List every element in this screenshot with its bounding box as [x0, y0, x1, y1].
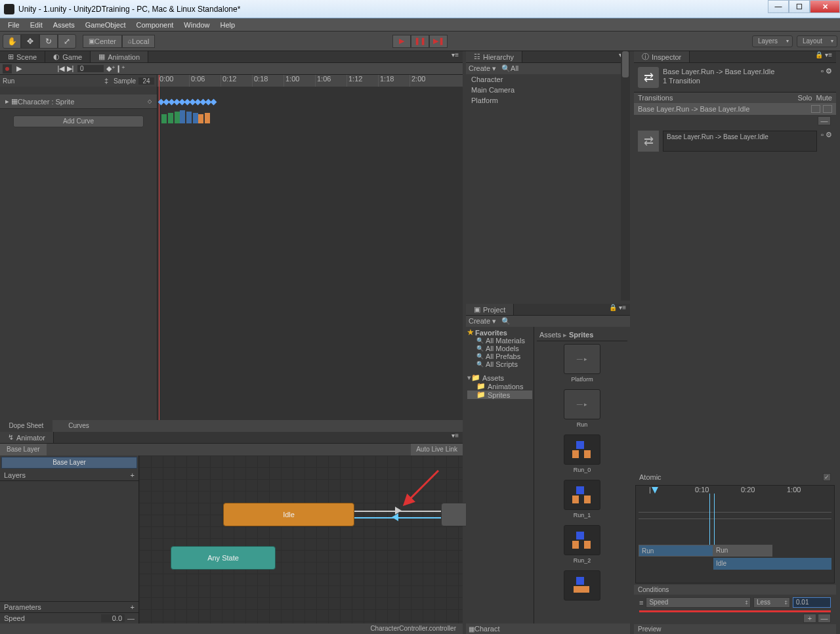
fav-all-prefabs[interactable]: 🔍All Prefabs [467, 352, 532, 360]
move-tool-button[interactable]: ✥ [21, 34, 39, 49]
curves-tab[interactable]: Curves [52, 420, 105, 432]
blend-clip-idle[interactable]: Idle [713, 558, 831, 570]
asset-item[interactable]: — ▸Platform [561, 344, 603, 383]
sample-field[interactable]: 24 [138, 77, 154, 85]
hierarchy-search[interactable]: 🔍All [501, 64, 518, 73]
remove-transition-button[interactable]: — [818, 116, 831, 125]
project-tree[interactable]: ★Favorites 🔍All Materials 🔍All Models 🔍A… [466, 327, 534, 623]
clip-dropdown[interactable]: Run [3, 77, 104, 85]
blend-clip-run2[interactable]: Run [713, 545, 772, 557]
dopesheet-tab[interactable]: Dope Sheet [0, 420, 52, 432]
hand-tool-button[interactable]: ✋ [3, 34, 21, 49]
tab-game[interactable]: ◐Game [45, 51, 91, 62]
project-breadcrumb[interactable]: Assets▸Sprites [537, 329, 627, 341]
hierarchy-item[interactable]: Main Camera [466, 85, 630, 95]
param-row-speed[interactable]: Speed 0.0 — [0, 613, 138, 623]
add-event-button[interactable]: ❙⁺ [116, 64, 125, 73]
transition-name-field[interactable]: Base Layer.Run -> Base Layer.Idle [663, 131, 817, 152]
add-param-button[interactable]: + [131, 603, 135, 611]
menu-component[interactable]: Component [131, 21, 178, 29]
window-close-button[interactable]: ✕ [810, 0, 840, 13]
tab-animation[interactable]: ▦Animation [91, 51, 148, 62]
asset-item[interactable]: — ▸Run [561, 389, 603, 428]
pivot-center-button[interactable]: ▣ Center [83, 35, 122, 48]
asset-item[interactable]: Run_2 [561, 525, 603, 564]
animator-breadcrumb[interactable]: Base Layer [0, 444, 47, 455]
create-dropdown[interactable]: Create ▾ [469, 317, 496, 326]
state-any[interactable]: Any State [171, 546, 276, 570]
tab-hierarchy[interactable]: ☷Hierarchy [466, 51, 522, 62]
remove-condition-button[interactable]: — [818, 614, 831, 623]
tab-project[interactable]: ▣Project [466, 304, 514, 315]
add-layer-button[interactable]: + [131, 471, 135, 479]
pane-menu-button[interactable]: 🔒 ▾≡ [811, 51, 836, 62]
mute-checkbox[interactable] [823, 105, 832, 113]
dopesheet-area[interactable]: 0:000:060:120:181:001:061:121:182:00 [158, 75, 463, 420]
next-key-button[interactable]: ▶| [66, 64, 75, 73]
scrollbar[interactable] [621, 51, 630, 301]
tab-animator[interactable]: ↯Animator [0, 432, 54, 443]
pane-menu-button[interactable]: ▾≡ [448, 432, 463, 443]
atomic-checkbox[interactable]: ✓ [823, 473, 831, 481]
menu-edit[interactable]: Edit [25, 21, 48, 29]
window-minimize-button[interactable]: — [768, 0, 789, 13]
assets-folder[interactable]: ▾📁Assets [467, 373, 532, 382]
keyframe-row[interactable] [159, 100, 216, 104]
condition-value-field[interactable]: 0.01 [793, 597, 831, 608]
transition-list-item[interactable]: Base Layer.Run -> Base Layer.Idle [634, 103, 836, 115]
playhead[interactable] [159, 75, 159, 420]
menu-gameobject[interactable]: GameObject [80, 21, 131, 29]
asset-item[interactable]: Run_0 [561, 434, 603, 473]
prev-key-button[interactable]: |◀ [56, 64, 66, 73]
frame-field[interactable]: 0 [77, 65, 104, 72]
tab-inspector[interactable]: ⓘInspector [634, 51, 690, 62]
step-button[interactable]: ▶❚ [429, 35, 448, 48]
menu-window[interactable]: Window [178, 21, 215, 29]
component-menu-button[interactable]: ▫ ⚙ [821, 67, 832, 88]
project-search[interactable]: 🔍 [501, 317, 511, 326]
blend-clip-run[interactable]: Run [639, 545, 713, 557]
asset-item[interactable] [561, 570, 603, 601]
menu-file[interactable]: File [3, 21, 25, 29]
fav-all-models[interactable]: 🔍All Models [467, 345, 532, 352]
condition-param-dropdown[interactable]: Speed [646, 597, 751, 608]
component-menu-button[interactable]: ▫ ⚙ [821, 131, 832, 152]
layer-selected[interactable]: Base Layer [1, 457, 137, 469]
add-condition-button[interactable]: + [803, 614, 816, 623]
param-value-field[interactable]: 0.0 [101, 614, 125, 622]
anim-property-row[interactable]: ▸ ▦ Character : Sprite◇ [0, 95, 157, 109]
timeline-ruler[interactable]: 0:000:060:120:181:001:061:121:182:00 [158, 75, 463, 87]
favorites-header[interactable]: ★Favorites [467, 328, 532, 337]
menu-help[interactable]: Help [215, 21, 240, 29]
pivot-local-button[interactable]: ⌂ Local [122, 35, 155, 48]
fav-all-scripts[interactable]: 🔍All Scripts [467, 360, 532, 368]
asset-item[interactable]: Run_1 [561, 480, 603, 518]
menu-assets[interactable]: Assets [48, 21, 80, 29]
add-key-button[interactable]: ◆⁺ [106, 64, 116, 73]
record-button[interactable] [3, 64, 12, 74]
pane-menu-button[interactable]: 🔒 ▾≡ [605, 304, 630, 315]
anim-play-button[interactable]: ▶ [14, 64, 24, 74]
folder-animations[interactable]: 📁Animations [467, 382, 532, 391]
rotate-tool-button[interactable]: ↻ [39, 34, 58, 49]
hierarchy-item[interactable]: Character [466, 74, 630, 85]
solo-checkbox[interactable] [811, 105, 820, 113]
folder-sprites[interactable]: 📁Sprites [467, 391, 532, 399]
animator-graph[interactable]: Idle Run Any State [139, 455, 463, 623]
create-dropdown[interactable]: Create ▾ [469, 64, 496, 73]
state-idle[interactable]: Idle [223, 503, 354, 526]
condition-op-dropdown[interactable]: Less [753, 597, 790, 608]
pause-button[interactable]: ❚❚ [411, 35, 429, 48]
auto-live-link-toggle[interactable]: Auto Live Link [411, 444, 463, 455]
play-button[interactable]: ▶ [392, 35, 411, 48]
tab-scene[interactable]: ⊞Scene [0, 51, 45, 62]
blend-timeline[interactable]: |0:100:201:00 Run Run Idle [635, 485, 835, 583]
layers-dropdown[interactable]: Layers [752, 35, 793, 47]
scale-tool-button[interactable]: ⤢ [58, 34, 76, 49]
fav-all-materials[interactable]: 🔍All Materials [467, 337, 532, 345]
add-curve-button[interactable]: Add Curve [13, 116, 144, 127]
preview-header[interactable]: Preview [634, 624, 836, 634]
pane-menu-button[interactable]: ▾≡ [448, 51, 463, 62]
hierarchy-item[interactable]: Platform [466, 95, 630, 106]
layout-dropdown[interactable]: Layout [797, 35, 837, 47]
